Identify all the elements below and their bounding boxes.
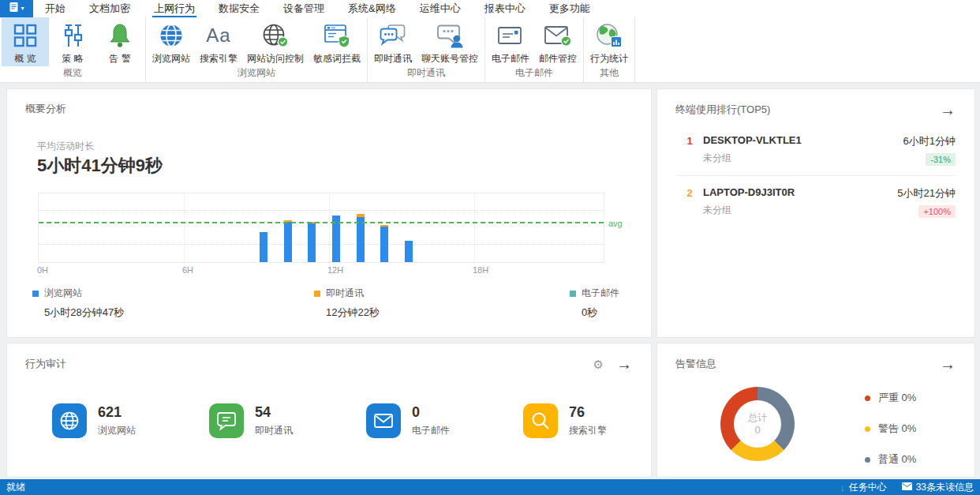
- avg-activity-label: 平均活动时长: [37, 140, 94, 153]
- legend-item: 即时通讯12分钟22秒: [314, 287, 380, 320]
- ribbon-group: 电子邮件邮件管控电子邮件: [485, 17, 584, 82]
- bar-browsing: [284, 222, 292, 262]
- globe-check-icon: [262, 21, 289, 50]
- stat-mail-icon: [366, 403, 401, 438]
- stat-label: 即时通讯: [255, 424, 293, 437]
- alerts-panel-title: 告警信息: [675, 357, 716, 371]
- menu-item-4[interactable]: 设备管理: [271, 0, 336, 17]
- ribbon-button[interactable]: 邮件管控: [534, 17, 582, 66]
- stat-search-icon: [523, 403, 558, 438]
- alert-info-panel: 告警信息 → 总计 0 严重 0%警告 0%普通 0%: [656, 343, 975, 478]
- ribbon-group-label: 浏览网站: [148, 66, 365, 82]
- audit-stat[interactable]: 0电子邮件: [366, 403, 450, 438]
- ribbon-button[interactable]: 浏览网站: [148, 17, 195, 66]
- avg-line-label: avg: [608, 219, 623, 228]
- menu-item-8[interactable]: 更多功能: [537, 0, 602, 17]
- menu-item-7[interactable]: 报表中心: [473, 0, 537, 17]
- bell-icon: [108, 21, 132, 50]
- app-menu-button[interactable]: ▾: [0, 0, 33, 17]
- ranking-list: 1 DESKTOP-VLKTLE1未分组 6小时1分钟-31% 2 LAPTOP…: [676, 124, 956, 227]
- menu-item-6[interactable]: 运维中心: [408, 0, 473, 17]
- ribbon-button[interactable]: 网站访问控制: [242, 17, 309, 66]
- bar-im: [380, 225, 388, 227]
- bar-browsing: [357, 217, 365, 262]
- alert-legend-text: 警告 0%: [878, 422, 916, 436]
- legend-dot: [865, 457, 870, 463]
- menu-item-0[interactable]: 开始: [33, 0, 77, 17]
- x-tick-label: 0H: [37, 265, 48, 275]
- gear-icon[interactable]: ⚙: [593, 358, 604, 370]
- terminal-group: 未分组: [703, 204, 897, 217]
- activity-chart-x-labels: 0H6H12H18H: [38, 265, 603, 276]
- ribbon-button[interactable]: 行为统计: [585, 17, 633, 66]
- audit-stat[interactable]: 76搜索引擎: [523, 403, 607, 438]
- usage-duration: 6小时1分钟: [903, 134, 956, 148]
- audit-stat[interactable]: 54即时通讯: [209, 403, 293, 438]
- legend-swatch: [314, 291, 320, 297]
- audit-stat[interactable]: 621浏览网站: [52, 403, 136, 438]
- arrow-right-icon[interactable]: →: [616, 356, 632, 372]
- stat-label: 浏览网站: [98, 424, 136, 437]
- legend-swatch: [32, 291, 39, 297]
- ribbon-button[interactable]: 敏感词拦截: [309, 17, 365, 66]
- ribbon-group: 即时通讯聊天账号管控即时通讯: [368, 17, 485, 82]
- donut-center-value: 0: [754, 424, 760, 437]
- ribbon-group-label: 概览: [2, 66, 144, 82]
- ribbon-group-label: 电子邮件: [487, 66, 582, 82]
- ribbon-button[interactable]: 概 览: [2, 17, 49, 66]
- rank-number: 2: [676, 186, 703, 199]
- mail-check-icon: [544, 21, 572, 50]
- ribbon-button[interactable]: 即时通讯: [369, 17, 417, 66]
- stat-globe-icon: [52, 403, 87, 438]
- menu-item-1[interactable]: 文档加密: [77, 0, 142, 17]
- activity-legend: 浏览网站5小时28分钟47秒即时通讯12分钟22秒电子邮件0秒: [32, 287, 619, 320]
- menu-item-3[interactable]: 数据安全: [207, 0, 271, 17]
- arrow-right-icon[interactable]: →: [940, 356, 956, 372]
- audit-stats: 621浏览网站 54即时通讯 0电子邮件 76搜索引擎: [52, 403, 607, 438]
- stat-value: 0: [412, 404, 450, 421]
- globe-blue-icon: [159, 21, 184, 50]
- summary-panel-title: 概要分析: [25, 102, 66, 116]
- stat-chat-icon: [209, 403, 244, 438]
- activity-chart-plot: [38, 193, 604, 263]
- window-shield-icon: [324, 21, 350, 50]
- status-bar: 就绪 ↓ 任务中心 33条未读信息: [0, 479, 980, 495]
- stat-value: 76: [569, 404, 607, 421]
- stat-value: 621: [98, 404, 136, 421]
- terminal-group: 未分组: [703, 152, 903, 165]
- menu-items: 开始文档加密上网行为数据安全设备管理系统&网络运维中心报表中心更多功能: [33, 0, 602, 17]
- ranking-panel-title: 终端使用排行(TOP5): [675, 103, 770, 117]
- stat-value: 54: [255, 404, 293, 421]
- stat-label: 搜索引擎: [569, 424, 607, 437]
- ribbon-button[interactable]: 策 略: [49, 17, 96, 66]
- task-center-link[interactable]: 任务中心: [849, 481, 887, 494]
- ranking-row[interactable]: 1 DESKTOP-VLKTLE1未分组 6小时1分钟-31%: [676, 124, 956, 175]
- bar-browsing: [260, 232, 267, 262]
- ribbon-group: 浏览网站Aa搜索引擎网站访问控制敏感词拦截浏览网站: [146, 17, 368, 82]
- app-window: ▾ 开始文档加密上网行为数据安全设备管理系统&网络运维中心报表中心更多功能 概 …: [0, 0, 980, 495]
- bar-browsing: [405, 241, 413, 263]
- ribbon-button[interactable]: 电子邮件: [487, 17, 534, 66]
- summary-panel: 概要分析 平均活动时长 5小时41分钟9秒 avg 0H6H12H18H 浏览网…: [6, 88, 652, 338]
- unread-messages-link[interactable]: 33条未读信息: [916, 481, 974, 494]
- ribbon-button[interactable]: 告 警: [96, 17, 144, 66]
- ranking-row[interactable]: 2 LAPTOP-D9J3IT0R未分组 5小时21分钟+100%: [676, 175, 956, 227]
- ribbon-group: 行为统计其他: [584, 17, 635, 82]
- change-badge: -31%: [926, 153, 956, 166]
- arrow-right-icon[interactable]: →: [940, 102, 956, 118]
- rank-number: 1: [676, 134, 703, 147]
- menu-item-5[interactable]: 系统&网络: [336, 0, 408, 17]
- ribbon-button[interactable]: Aa搜索引擎: [195, 17, 242, 66]
- avg-line: [39, 222, 604, 223]
- menu-bar: ▾ 开始文档加密上网行为数据安全设备管理系统&网络运维中心报表中心更多功能: [0, 0, 980, 17]
- x-tick-label: 6H: [182, 265, 193, 275]
- legend-dot: [865, 426, 870, 432]
- menu-item-2[interactable]: 上网行为: [142, 0, 207, 17]
- terminal-name: DESKTOP-VLKTLE1: [703, 134, 903, 146]
- aa-text-icon: Aa: [206, 21, 230, 50]
- alert-legend-row: 严重 0%: [865, 391, 916, 405]
- terminal-name: LAPTOP-D9J3IT0R: [703, 186, 897, 198]
- status-text: 就绪: [6, 481, 25, 494]
- chevron-down-icon: ▾: [21, 6, 24, 12]
- ribbon-button[interactable]: 聊天账号管控: [417, 17, 483, 66]
